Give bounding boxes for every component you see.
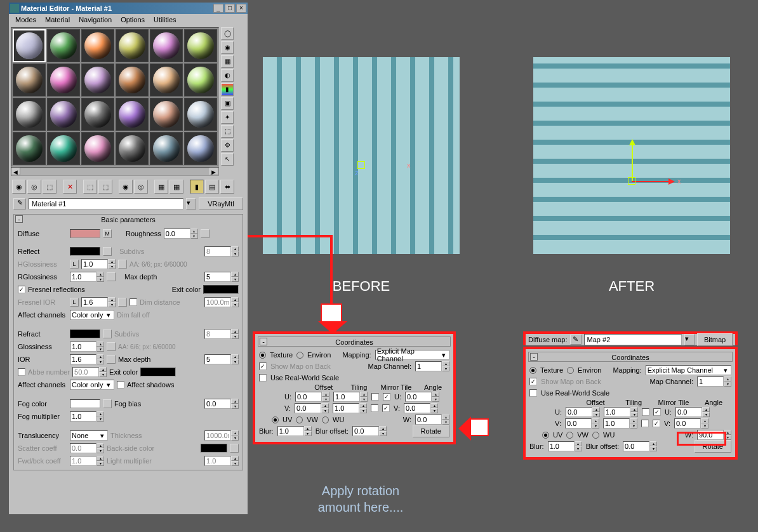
sample-slot[interactable] xyxy=(116,29,149,62)
glossiness-map-button[interactable] xyxy=(107,342,116,351)
reflect-map-button[interactable] xyxy=(103,247,112,256)
scatter-input[interactable] xyxy=(70,443,96,453)
close-button[interactable]: × xyxy=(236,4,246,13)
bluroff-input[interactable] xyxy=(352,426,379,436)
rollout-header[interactable]: - Basic parameters xyxy=(14,215,243,225)
hgloss-lock[interactable]: L xyxy=(70,260,79,269)
translucency-dropdown[interactable]: None▾ xyxy=(70,430,108,441)
fogcolor-map-button[interactable] xyxy=(103,399,112,408)
thickness-input[interactable] xyxy=(204,430,231,441)
realworld-checkbox[interactable] xyxy=(529,389,537,397)
v-tile-checkbox[interactable]: ✓ xyxy=(653,420,660,427)
sample-tool[interactable]: ↖ xyxy=(221,153,234,166)
glossiness-input[interactable] xyxy=(70,342,96,352)
blur-input[interactable] xyxy=(548,441,575,451)
sample-tool[interactable]: ▮ xyxy=(221,83,234,96)
texture-radio[interactable] xyxy=(259,352,266,359)
mapping-dropdown[interactable]: Explicit Map Channel▾ xyxy=(375,350,449,360)
eyedropper-button[interactable]: ✎ xyxy=(13,198,26,209)
v-offset-input[interactable] xyxy=(295,403,321,413)
sample-slot[interactable] xyxy=(47,132,80,165)
sample-slot[interactable] xyxy=(47,98,80,131)
sample-slot[interactable] xyxy=(13,63,46,96)
backside-swatch[interactable] xyxy=(201,444,227,453)
show-map-back-checkbox[interactable]: ✓ xyxy=(529,378,537,385)
map-name-input[interactable] xyxy=(584,334,682,345)
material-name-input[interactable] xyxy=(29,198,183,209)
tool-delete[interactable]: ✕ xyxy=(63,180,77,194)
exitcolor-swatch[interactable] xyxy=(203,285,239,294)
refr-maxdepth-input[interactable] xyxy=(204,354,231,364)
environ-radio[interactable] xyxy=(567,367,574,374)
ior-input[interactable] xyxy=(70,354,96,364)
roughness-map-button[interactable] xyxy=(201,229,209,238)
tool-btn[interactable]: ◉ xyxy=(12,180,26,194)
titlebar[interactable]: Material Editor - Material #1 _ □ × xyxy=(9,3,248,14)
affect-ch-dropdown[interactable]: Color only▾ xyxy=(70,310,114,320)
sample-slot[interactable] xyxy=(81,29,114,62)
rgloss-map-button[interactable] xyxy=(107,272,116,281)
sample-slot[interactable] xyxy=(81,63,114,96)
map-name-dropdown[interactable]: ▾ xyxy=(684,334,695,345)
u-tile-checkbox[interactable]: ✓ xyxy=(383,393,390,401)
abbe-input[interactable] xyxy=(72,367,99,377)
rollout-header[interactable]: - Coordinates xyxy=(528,352,733,362)
fogmult-input[interactable] xyxy=(70,411,96,422)
v-mirror-checkbox[interactable] xyxy=(371,404,378,412)
menu-material[interactable]: Material xyxy=(41,15,74,24)
hgloss-map-button[interactable] xyxy=(118,260,127,269)
bluroff-input[interactable] xyxy=(623,441,649,451)
menu-options[interactable]: Options xyxy=(117,15,149,24)
maximize-button[interactable]: □ xyxy=(225,4,235,13)
fresnel-ior-input[interactable] xyxy=(81,297,108,307)
u-angle-input[interactable] xyxy=(675,407,702,417)
rgloss-input[interactable] xyxy=(70,272,96,282)
refr-affect-ch-dropdown[interactable]: Color only▾ xyxy=(70,380,114,390)
sample-slot[interactable] xyxy=(13,132,46,165)
blur-input[interactable] xyxy=(277,426,304,436)
menu-navigation[interactable]: Navigation xyxy=(75,15,116,24)
environ-radio[interactable] xyxy=(296,352,303,359)
sample-slot[interactable] xyxy=(150,132,183,165)
abbe-checkbox[interactable] xyxy=(18,368,25,376)
scroll-left[interactable]: ◄ xyxy=(11,168,20,175)
fogcolor-swatch[interactable] xyxy=(70,399,100,408)
sample-slot[interactable] xyxy=(184,63,217,96)
sample-slot[interactable] xyxy=(116,132,149,165)
tool-btn[interactable]: ⬚ xyxy=(83,180,97,194)
v-tiling-input[interactable] xyxy=(333,403,359,413)
reflect-swatch[interactable] xyxy=(70,247,100,256)
realworld-checkbox[interactable] xyxy=(259,374,267,382)
spinner-up[interactable]: ▴ xyxy=(190,229,198,234)
sample-slot[interactable] xyxy=(116,63,149,96)
sample-slot[interactable] xyxy=(13,98,46,131)
sample-tool[interactable]: ◯ xyxy=(221,27,234,40)
dimdist-checkbox[interactable] xyxy=(130,298,137,306)
sample-slot[interactable] xyxy=(184,29,217,62)
sample-scrollbar[interactable]: ◄ ► xyxy=(11,167,219,176)
dimdist-input[interactable] xyxy=(204,297,231,307)
texture-radio[interactable] xyxy=(529,367,536,374)
collapse-toggle[interactable]: - xyxy=(260,338,267,345)
mapchannel-input[interactable] xyxy=(697,376,724,387)
wu-radio[interactable] xyxy=(322,416,329,423)
sample-tool[interactable]: ▣ xyxy=(221,97,234,110)
sample-tool[interactable]: ◐ xyxy=(221,69,234,82)
tool-btn[interactable]: ⬚ xyxy=(98,180,112,194)
fogbias-input[interactable] xyxy=(204,399,231,409)
fwdbck-input[interactable] xyxy=(70,456,96,466)
scroll-right[interactable]: ► xyxy=(209,168,218,175)
v-angle-input[interactable] xyxy=(404,403,430,413)
sample-tool[interactable]: ◉ xyxy=(221,41,234,54)
sample-slot[interactable] xyxy=(150,98,183,131)
tool-btn[interactable]: ◎ xyxy=(27,180,41,194)
sample-slot[interactable] xyxy=(81,98,114,131)
sample-tool[interactable]: ✦ xyxy=(221,111,234,124)
tool-btn[interactable]: ◎ xyxy=(134,180,148,194)
collapse-toggle[interactable]: - xyxy=(530,353,538,361)
refract-map-button[interactable] xyxy=(103,329,112,338)
tool-btn[interactable]: ▦ xyxy=(170,180,183,194)
sample-slot[interactable] xyxy=(116,98,149,131)
u-offset-input[interactable] xyxy=(566,407,592,417)
refr-subdivs-input[interactable] xyxy=(204,329,231,339)
